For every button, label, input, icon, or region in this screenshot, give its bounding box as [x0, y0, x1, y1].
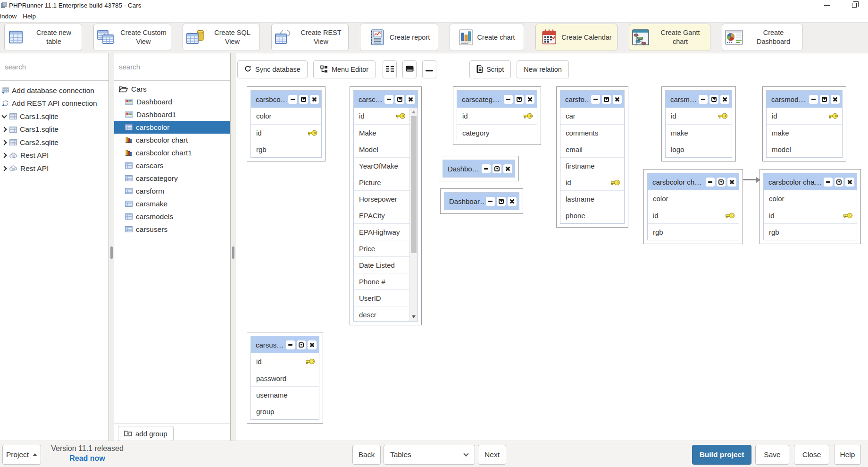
entity-table-carsbcolor-cha[interactable]: carsbcolor cha…coloridrgb [760, 169, 861, 244]
field-row-descr[interactable]: descr [354, 306, 409, 321]
relation-arrow[interactable] [743, 179, 760, 180]
field-row-id[interactable]: id [764, 207, 857, 223]
entity-minimize-button[interactable] [824, 178, 833, 187]
entity-table-header[interactable]: carsbcolor ch… [648, 173, 739, 190]
entity-close-button[interactable] [845, 178, 854, 187]
ribbon-button-create-calendar[interactable]: Create Calendar [535, 24, 618, 51]
connection-item-rest-api[interactable]: Rest API [0, 162, 108, 175]
connection-item-rest-api[interactable]: Rest API [0, 149, 108, 162]
tree-item-carsmodels[interactable]: carsmodels [114, 210, 230, 223]
field-row-category[interactable]: category [457, 124, 537, 141]
entity-table-carsc[interactable]: carsc…idMakeModelYearOfMakePictureHorsep… [350, 86, 422, 325]
entity-properties-button[interactable] [492, 164, 501, 173]
tree-item-carscategory[interactable]: carscategory [114, 172, 230, 185]
entity-table-header[interactable]: carsbco… [251, 91, 321, 108]
project-menu-button[interactable]: Project [2, 445, 41, 465]
field-row-yearofmake[interactable]: YearOfMake [354, 157, 409, 174]
entity-table-header[interactable]: carscateg… [457, 91, 537, 108]
field-row-username[interactable]: username [251, 386, 319, 403]
field-row-model[interactable]: model [767, 141, 842, 157]
splitter-grip[interactable] [110, 246, 113, 259]
field-row-epacity[interactable]: EPACity [354, 207, 409, 223]
entity-close-button[interactable] [526, 95, 534, 104]
entity-properties-button[interactable] [299, 95, 308, 104]
field-row-phone[interactable]: Phone # [354, 273, 409, 289]
tree-item-carsusers[interactable]: carsusers [114, 223, 230, 236]
connections-search-input[interactable] [0, 63, 108, 71]
field-row-picture[interactable]: Picture [354, 174, 409, 190]
ribbon-button-create-rest-view[interactable]: Create REST View [271, 24, 349, 51]
tree-item-carsmake[interactable]: carsmake [114, 197, 230, 210]
field-row-email[interactable]: email [560, 141, 624, 157]
tree-item-dashboard[interactable]: Dashboard [114, 95, 230, 108]
menu-window[interactable]: indow [0, 13, 17, 20]
entity-table-dashbo[interactable]: Dashbo… [439, 156, 519, 181]
field-row-id[interactable]: id [648, 207, 739, 223]
entity-minimize-button[interactable] [699, 95, 708, 104]
field-row-car[interactable]: car [560, 108, 624, 124]
panel-splitter-1[interactable] [109, 53, 114, 441]
field-row-comments[interactable]: comments [560, 124, 624, 141]
back-button[interactable]: Back [352, 445, 381, 465]
connection-item-cars1-sqlite[interactable]: Cars1.sqlite [0, 110, 108, 123]
entity-table-header[interactable]: carsmod… [767, 91, 842, 108]
entity-table-header[interactable]: Dashbo… [443, 160, 515, 177]
wizard-step-select[interactable]: Tables [384, 445, 475, 465]
ribbon-button-create-dashboard[interactable]: Create Dashboard [722, 24, 803, 51]
save-button[interactable]: Save [755, 445, 789, 465]
entity-table-carsbco[interactable]: carsbco…coloridrgb [247, 86, 326, 161]
entity-properties-button[interactable] [717, 178, 726, 187]
next-button[interactable]: Next [478, 445, 506, 465]
entity-close-button[interactable] [308, 340, 317, 349]
field-row-phone[interactable]: phone [560, 207, 624, 223]
menu-help[interactable]: Help [23, 13, 36, 20]
entity-table-dashboar[interactable]: Dashboar… [440, 188, 523, 214]
scroll-thumb[interactable] [411, 116, 417, 253]
splitter-grip[interactable] [232, 246, 234, 259]
entity-minimize-button[interactable] [809, 95, 818, 104]
entity-table-carsm[interactable]: carsm…idmakelogo [661, 86, 736, 161]
tree-item-carscars[interactable]: carscars [114, 159, 230, 172]
field-row-rgb[interactable]: rgb [764, 223, 857, 240]
field-row-model[interactable]: Model [354, 141, 409, 157]
tree-item-cars[interactable]: Cars [114, 83, 230, 95]
field-row-price[interactable]: Price [354, 240, 409, 256]
menu-editor-button[interactable]: Menu Editor [313, 60, 376, 78]
expander-collapsed-icon[interactable] [1, 127, 7, 132]
entity-table-header[interactable]: Dashboar… [444, 193, 519, 210]
entity-minimize-button[interactable] [482, 164, 491, 173]
field-row-id[interactable]: id [354, 108, 409, 124]
view-detailed-button[interactable] [383, 60, 397, 78]
entity-properties-button[interactable] [602, 95, 611, 104]
minimize-window-button[interactable] [820, 1, 834, 9]
field-row-epahighway[interactable]: EPAHighway [354, 223, 409, 240]
field-row-logo[interactable]: logo [666, 141, 732, 157]
ribbon-button-create-sql-view[interactable]: Create SQL View [183, 24, 260, 51]
entity-close-button[interactable] [503, 164, 512, 173]
entity-minimize-button[interactable] [486, 197, 495, 206]
field-row-horsepower[interactable]: Horsepower [354, 190, 409, 207]
entity-minimize-button[interactable] [288, 95, 297, 104]
field-row-firstname[interactable]: firstname [560, 157, 624, 174]
entity-properties-button[interactable] [497, 197, 506, 206]
entity-minimize-button[interactable] [591, 95, 600, 104]
entity-table-carscateg[interactable]: carscateg…idcategory [453, 86, 541, 145]
field-row-make[interactable]: make [767, 124, 842, 141]
ribbon-button-create-new-table[interactable]: Create new table [4, 24, 82, 51]
field-row-id[interactable]: id [767, 108, 842, 124]
connection-item-add-rest-api-connection[interactable]: Add REST API connection [0, 97, 108, 110]
new-relation-button[interactable]: New relation [517, 60, 569, 78]
help-button[interactable]: Help [834, 445, 861, 465]
entity-table-header[interactable]: carsus… [251, 336, 319, 353]
expander-collapsed-icon[interactable] [1, 166, 7, 171]
field-row-rgb[interactable]: rgb [648, 223, 739, 240]
entity-table-header[interactable]: carsbcolor cha… [764, 173, 857, 190]
tree-item-carsbcolor-chart1[interactable]: carsbcolor chart1 [114, 146, 230, 159]
entity-close-button[interactable] [613, 95, 622, 104]
ribbon-button-create-gantt-chart[interactable]: Create Gantt chart [629, 24, 710, 51]
connection-item-add-database-connection[interactable]: Add database connection [0, 84, 108, 97]
ribbon-button-create-report[interactable]: Create report [360, 24, 438, 51]
sync-database-button[interactable]: Sync database [237, 60, 308, 78]
close-button[interactable]: Close [794, 445, 829, 465]
field-row-make[interactable]: Make [354, 124, 409, 141]
